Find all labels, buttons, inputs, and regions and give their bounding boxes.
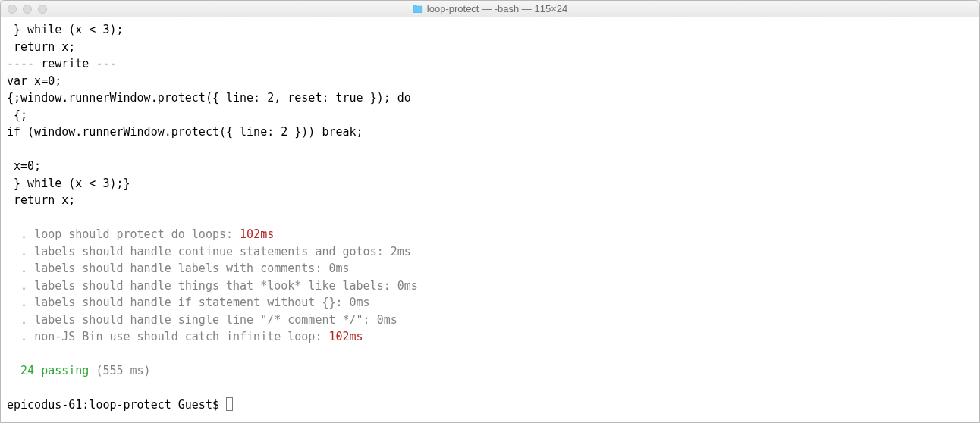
test-label: loop should protect do loops: xyxy=(34,227,233,241)
test-label: labels should handle continue statements… xyxy=(34,245,384,258)
minimize-button[interactable] xyxy=(23,5,32,14)
test-time: 0ms xyxy=(377,313,397,327)
test-time: 0ms xyxy=(328,262,349,275)
code-line: ---- rewrite --- xyxy=(7,57,117,70)
code-line: x=0; xyxy=(7,159,41,173)
summary-indent xyxy=(7,364,20,378)
code-line: {; xyxy=(7,108,27,122)
window-title-area: loop-protect — -bash — 115×24 xyxy=(413,3,567,14)
test-label: labels should handle single line "/* com… xyxy=(34,313,370,327)
test-bullet: . xyxy=(7,313,34,327)
test-bullet: . xyxy=(7,296,34,309)
terminal-body[interactable]: } while (x < 3); return x; ---- rewrite … xyxy=(1,17,979,422)
traffic-lights xyxy=(1,5,47,14)
code-line: } while (x < 3); xyxy=(7,23,124,36)
close-button[interactable] xyxy=(8,5,17,14)
test-time: 2ms xyxy=(391,245,411,258)
code-line: if (window.runnerWindow.protect({ line: … xyxy=(7,125,363,139)
test-time: 0ms xyxy=(350,296,370,309)
test-time: 0ms xyxy=(397,279,418,293)
test-label: labels should handle things that *look* … xyxy=(34,279,391,293)
test-bullet: . xyxy=(7,279,34,293)
cursor xyxy=(226,397,233,411)
summary-passing: 24 passing xyxy=(20,364,89,378)
window-title: loop-protect — -bash — 115×24 xyxy=(427,3,567,14)
test-bullet: . xyxy=(7,227,34,241)
shell-prompt: epicodus-61:loop-protect Guest$ xyxy=(7,398,226,412)
summary-duration: (555 ms) xyxy=(96,364,150,378)
code-line: return x; xyxy=(7,193,75,207)
zoom-button[interactable] xyxy=(38,5,47,14)
folder-icon xyxy=(413,5,423,13)
code-line: return x; xyxy=(7,40,75,54)
code-line: var x=0; xyxy=(7,74,61,88)
test-bullet: . xyxy=(7,262,34,275)
test-bullet: . xyxy=(7,245,34,258)
code-line: } while (x < 3);} xyxy=(7,177,130,190)
code-line: {;window.runnerWindow.protect({ line: 2,… xyxy=(7,91,411,105)
test-label: labels should handle labels with comment… xyxy=(34,262,322,275)
test-time: 102ms xyxy=(328,330,363,343)
test-label: labels should handle if statement withou… xyxy=(34,296,342,309)
titlebar[interactable]: loop-protect — -bash — 115×24 xyxy=(1,1,979,17)
test-label: non-JS Bin use should catch infinite loo… xyxy=(34,330,322,343)
test-time: 102ms xyxy=(240,227,274,241)
test-bullet: . xyxy=(7,330,34,343)
terminal-window: loop-protect — -bash — 115×24 } while (x… xyxy=(0,0,980,423)
